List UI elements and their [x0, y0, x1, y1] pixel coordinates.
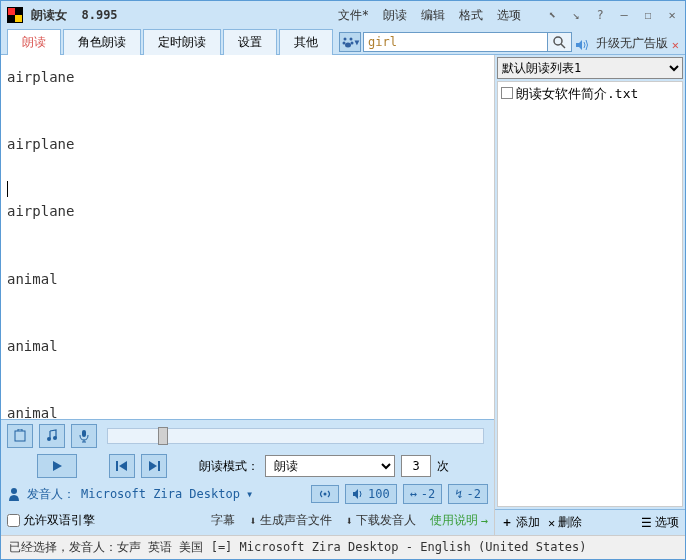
- svg-rect-15: [158, 461, 160, 471]
- left-panel: 朗读模式： 朗读 次 发音人： Microsoft Zira Desktop ▾…: [1, 55, 495, 535]
- svg-point-16: [11, 488, 17, 494]
- minimize-icon[interactable]: —: [617, 8, 631, 22]
- text-cursor: [7, 181, 8, 197]
- tab-timed-read[interactable]: 定时朗读: [143, 29, 221, 55]
- playlist-select[interactable]: 默认朗读列表1: [497, 57, 683, 79]
- pitch-control[interactable]: ↯-2: [448, 484, 488, 504]
- menu-options[interactable]: 选项: [497, 7, 521, 24]
- help-icon[interactable]: ?: [593, 8, 607, 22]
- subtitle-link[interactable]: 字幕: [211, 512, 235, 529]
- add-button[interactable]: ＋添加: [501, 514, 540, 531]
- download-voice-link[interactable]: ⬇下载发音人: [346, 512, 416, 529]
- gen-audio-link[interactable]: ⬇生成声音文件: [249, 512, 331, 529]
- mic-button[interactable]: [71, 424, 97, 448]
- playlist-item[interactable]: 朗读女软件简介.txt: [498, 82, 682, 106]
- menu-edit[interactable]: 编辑: [421, 7, 445, 24]
- dual-engine-checkbox[interactable]: 允许双语引擎: [7, 512, 95, 529]
- progress-slider[interactable]: [107, 428, 484, 444]
- playlist[interactable]: 朗读女软件简介.txt: [497, 81, 683, 507]
- window-controls: ⬉ ↘ ? — ☐ ✕: [545, 8, 679, 22]
- svg-point-4: [349, 38, 352, 41]
- search-input[interactable]: [363, 32, 548, 52]
- person-icon: [7, 487, 21, 501]
- prev-button[interactable]: [109, 454, 135, 478]
- close-upgrade-icon[interactable]: ✕: [672, 38, 679, 52]
- right-panel: 默认朗读列表1 朗读女软件简介.txt ＋添加 ✕删除 ☰选项: [495, 55, 685, 535]
- tab-read[interactable]: 朗读: [7, 29, 61, 55]
- svg-point-11: [47, 437, 51, 441]
- svg-point-7: [345, 43, 351, 48]
- paw-icon[interactable]: ▼: [339, 32, 361, 52]
- delete-button[interactable]: ✕删除: [548, 514, 582, 531]
- speaker-icon[interactable]: [574, 38, 590, 52]
- menu-read[interactable]: 朗读: [383, 7, 407, 24]
- count-suffix: 次: [437, 458, 449, 475]
- volume-control[interactable]: 100: [345, 484, 397, 504]
- voice-label: 发音人：: [27, 486, 75, 503]
- tool-icon[interactable]: ↘: [569, 8, 583, 22]
- tab-role-read[interactable]: 角色朗读: [63, 29, 141, 55]
- svg-point-8: [554, 37, 562, 45]
- text-editor[interactable]: [1, 55, 494, 419]
- svg-rect-10: [15, 431, 25, 441]
- search-button[interactable]: [548, 32, 572, 52]
- tab-other[interactable]: 其他: [279, 29, 333, 55]
- help-link[interactable]: 使用说明→: [430, 512, 488, 529]
- main-menu: 文件* 朗读 编辑 格式 选项: [338, 7, 521, 24]
- mode-select[interactable]: 朗读: [265, 455, 395, 477]
- options-button[interactable]: ☰选项: [641, 514, 679, 531]
- svg-rect-1: [8, 8, 15, 15]
- svg-point-17: [323, 493, 326, 496]
- svg-point-12: [53, 436, 57, 440]
- svg-rect-14: [116, 461, 118, 471]
- count-input[interactable]: [401, 455, 431, 477]
- slider-thumb[interactable]: [158, 427, 168, 445]
- svg-rect-2: [15, 15, 22, 22]
- tabbar: 朗读 角色朗读 定时朗读 设置 其他 ▼ 升级无广告版 ✕: [1, 29, 685, 55]
- close-icon[interactable]: ✕: [665, 8, 679, 22]
- search-box: [363, 32, 572, 52]
- svg-line-9: [561, 44, 565, 48]
- next-button[interactable]: [141, 454, 167, 478]
- app-icon: [7, 7, 23, 23]
- app-title: 朗读女 8.995: [31, 7, 118, 24]
- menu-format[interactable]: 格式: [459, 7, 483, 24]
- upgrade-link[interactable]: 升级无广告版: [596, 35, 668, 52]
- playlist-toolbar: ＋添加 ✕删除 ☰选项: [495, 509, 685, 535]
- menu-file[interactable]: 文件*: [338, 7, 369, 24]
- status-text: 已经选择，发音人：女声 英语 美国 [=] Microsoft Zira Des…: [9, 539, 586, 556]
- tab-settings[interactable]: 设置: [223, 29, 277, 55]
- svg-point-6: [350, 42, 353, 45]
- svg-point-5: [342, 42, 345, 45]
- maximize-icon[interactable]: ☐: [641, 8, 655, 22]
- editor-wrap: [1, 55, 494, 419]
- music-button[interactable]: [39, 424, 65, 448]
- mode-label: 朗读模式：: [199, 458, 259, 475]
- voice-dropdown-icon[interactable]: ▾: [246, 487, 253, 501]
- broadcast-button[interactable]: [311, 485, 339, 503]
- open-file-button[interactable]: [7, 424, 33, 448]
- voice-name[interactable]: Microsoft Zira Desktop: [81, 487, 240, 501]
- titlebar: 朗读女 8.995 文件* 朗读 编辑 格式 选项 ⬉ ↘ ? — ☐ ✕: [1, 1, 685, 29]
- play-button[interactable]: [37, 454, 77, 478]
- svg-point-3: [343, 38, 346, 41]
- speed-control[interactable]: ↔-2: [403, 484, 443, 504]
- controls-panel: 朗读模式： 朗读 次 发音人： Microsoft Zira Desktop ▾…: [1, 419, 494, 535]
- svg-rect-13: [82, 430, 86, 437]
- statusbar: 已经选择，发音人：女声 英语 美国 [=] Microsoft Zira Des…: [1, 535, 685, 559]
- pin-icon[interactable]: ⬉: [545, 8, 559, 22]
- main-area: 朗读模式： 朗读 次 发音人： Microsoft Zira Desktop ▾…: [1, 55, 685, 535]
